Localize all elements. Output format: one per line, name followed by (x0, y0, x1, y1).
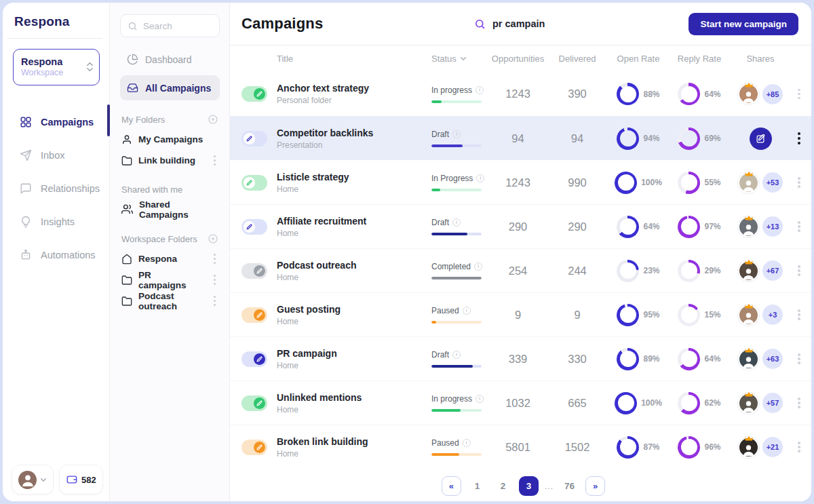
campaign-row[interactable]: Unlinked mentions Home In progressi 1032… (230, 381, 811, 425)
campaign-toggle[interactable] (241, 307, 267, 323)
row-menu-button[interactable] (795, 218, 802, 235)
col-shares: Shares (746, 54, 774, 64)
campaign-toggle[interactable] (241, 263, 267, 279)
folder-menu-button[interactable] (211, 292, 218, 310)
campaign-row[interactable]: Broken link building Home Pausedi 5801 1… (230, 425, 811, 469)
campaign-toggle[interactable] (241, 440, 267, 455)
shares-count-badge[interactable]: +53 (762, 172, 783, 193)
folder-link-podcast-outreach[interactable]: Podcast outreach (120, 290, 220, 311)
open-rate-cell: 95% (617, 304, 659, 326)
folder-menu-button[interactable] (211, 152, 218, 170)
shares-count-badge[interactable]: +57 (762, 393, 783, 413)
folder-link-shared-campaigns[interactable]: Shared Campaigns (120, 199, 220, 220)
sidebar-item-inbox[interactable]: Inbox (3, 139, 109, 172)
page-button-1[interactable]: 1 (467, 476, 487, 496)
row-menu-button[interactable] (795, 129, 803, 148)
add-folder-icon[interactable] (208, 114, 218, 125)
col-reply-rate: Reply Rate (678, 54, 721, 64)
shares-count-badge[interactable]: +13 (762, 216, 783, 237)
folder-menu-button[interactable] (211, 250, 218, 268)
start-new-campaign-button[interactable]: Start new campaign (689, 13, 798, 35)
info-icon[interactable]: i (476, 174, 484, 182)
person-icon (121, 134, 132, 145)
info-icon[interactable]: i (463, 307, 471, 315)
folder-section-title: My Folders (121, 115, 165, 125)
pie-icon (127, 54, 138, 65)
opportunities-value: 94 (511, 132, 524, 145)
add-folder-icon[interactable] (208, 233, 218, 244)
folder-link-my-campaigns[interactable]: My Campaigns (120, 129, 220, 150)
reply-rate-cell: 62% (678, 392, 720, 414)
shares-count-badge[interactable]: +85 (762, 84, 783, 104)
user-menu[interactable] (12, 465, 54, 495)
status-label: Completed (431, 262, 471, 271)
campaign-row[interactable]: Guest posting Home Pausedi 9 9 95% 15% +… (230, 292, 811, 336)
open-rate-ring (615, 172, 637, 194)
sidebar-item-automations[interactable]: Automations (3, 239, 109, 272)
folder-item-all-campaigns[interactable]: All Campaigns (120, 75, 220, 100)
campaign-folder: Home (277, 273, 431, 282)
campaign-search-input[interactable] (492, 18, 621, 29)
credits-widget[interactable]: 582 (59, 465, 103, 495)
next-page-button[interactable]: » (585, 476, 605, 496)
folder-link-respona[interactable]: Respona (120, 248, 220, 269)
info-icon[interactable]: i (474, 263, 482, 271)
campaign-row[interactable]: Listicle strategy Home In Progressi 1243… (230, 160, 811, 204)
info-icon[interactable]: i (452, 130, 461, 138)
campaign-row[interactable]: Anchor text strategy Personal folder In … (230, 72, 811, 116)
info-icon[interactable]: i (476, 86, 484, 94)
campaign-toggle[interactable] (241, 351, 267, 367)
campaign-row[interactable]: PR campaign Home Drafti 339 330 89% 64% … (230, 336, 811, 381)
info-icon[interactable]: i (476, 395, 484, 403)
row-menu-button[interactable] (795, 174, 802, 191)
campaign-search[interactable] (474, 18, 621, 30)
row-menu-button[interactable] (795, 350, 802, 368)
campaign-row[interactable]: Affiliate recruitment Home Drafti 290 29… (230, 204, 811, 248)
shares-count-badge[interactable]: +63 (762, 349, 783, 369)
sidebar-item-relationships[interactable]: Relationships (3, 172, 109, 206)
row-menu-button[interactable] (795, 394, 802, 412)
shares-cell: +63 (738, 349, 783, 370)
folder-menu-button[interactable] (211, 271, 218, 289)
info-icon[interactable]: i (452, 351, 461, 359)
shares-count-badge[interactable]: +67 (762, 260, 783, 281)
folder-link-link-building[interactable]: Link building (120, 150, 220, 171)
reply-rate-value: 69% (704, 134, 720, 143)
reply-rate-ring (678, 128, 700, 150)
col-status[interactable]: Status (431, 54, 489, 64)
shares-count-badge[interactable]: +3 (762, 305, 783, 325)
page-button-2[interactable]: 2 (493, 476, 513, 496)
folder-item-dashboard[interactable]: Dashboard (120, 47, 220, 72)
shares-count-badge[interactable]: +21 (762, 437, 783, 457)
info-icon[interactable]: i (452, 218, 461, 227)
workspace-selector[interactable]: Respona Workspace (13, 49, 100, 85)
main-header: Campaigns Start new campaign (230, 3, 811, 45)
campaign-toggle[interactable] (241, 395, 267, 411)
campaign-toggle[interactable] (241, 219, 267, 235)
edit-share-button[interactable] (750, 128, 772, 150)
info-icon[interactable]: i (463, 439, 471, 447)
page-button-76[interactable]: 76 (560, 476, 579, 496)
campaign-toggle[interactable] (241, 131, 267, 147)
status-progress (431, 100, 482, 103)
reply-rate-ring (678, 392, 700, 414)
row-menu-button[interactable] (795, 438, 802, 456)
row-menu-button[interactable] (795, 85, 802, 103)
main-panel: Campaigns Start new campaign Title Statu… (230, 3, 811, 501)
folder-search[interactable] (120, 14, 220, 37)
row-menu-button[interactable] (795, 306, 802, 324)
toggle-knob (254, 309, 265, 321)
folder-link-pr-campaigns[interactable]: PR campaigns (120, 269, 220, 290)
row-menu-button[interactable] (795, 262, 802, 279)
page-button-3[interactable]: 3 (519, 476, 539, 496)
campaign-row[interactable]: Competitor backlinks Presentation Drafti… (230, 116, 811, 160)
campaign-toggle[interactable] (241, 175, 267, 191)
sidebar-item-insights[interactable]: Insights (3, 206, 109, 239)
open-rate-ring (615, 392, 637, 414)
campaign-toggle[interactable] (241, 86, 267, 102)
sidebar-item-campaigns[interactable]: Campaigns (3, 106, 109, 139)
campaign-folder: Home (277, 317, 431, 326)
folder-search-input[interactable] (143, 21, 212, 31)
campaign-row[interactable]: Podcast outreach Home Completedi 254 244… (230, 248, 811, 292)
prev-page-button[interactable]: « (442, 476, 461, 496)
